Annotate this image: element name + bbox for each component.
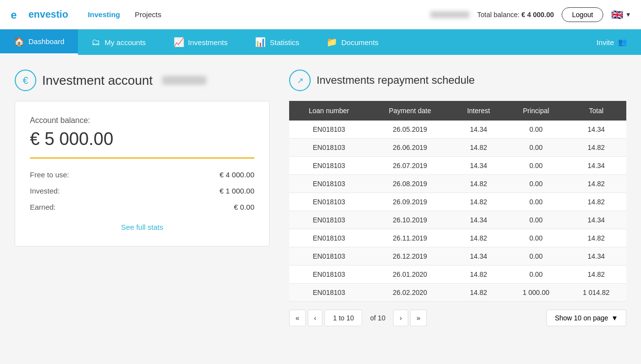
table-row: EN01810326.09.201914.820.0014.82	[289, 193, 626, 211]
cell-interest: 14.82	[451, 175, 506, 193]
cell-loan: EN018103	[289, 157, 369, 175]
cell-interest: 14.82	[451, 284, 506, 302]
prev-page-button[interactable]: ‹	[308, 310, 323, 326]
table-row: EN01810326.08.201914.820.0014.82	[289, 175, 626, 193]
show-page-button[interactable]: Show 10 on page ▼	[546, 310, 626, 326]
subnav-my-accounts[interactable]: 🗂 My accounts	[78, 29, 159, 55]
subnav-documents[interactable]: 📁 Documents	[313, 29, 392, 55]
main-content: € Investment account Account balance: € …	[0, 55, 641, 341]
logo[interactable]: e envestio	[10, 7, 68, 23]
last-page-button[interactable]: »	[410, 310, 427, 326]
account-number-blur	[162, 76, 206, 85]
invested-value: € 1 000.00	[220, 187, 254, 195]
cell-total: 14.82	[566, 139, 626, 157]
cell-principal: 0.00	[506, 266, 566, 284]
cell-date: 26.05.2019	[369, 121, 451, 139]
show-page-select: Show 10 on page ▼	[546, 310, 626, 326]
earned-row: Earned: € 0.00	[30, 203, 254, 211]
cell-loan: EN018103	[289, 211, 369, 229]
earned-value: € 0.00	[234, 203, 254, 211]
home-icon: 🏠	[14, 36, 25, 47]
cell-interest: 14.34	[451, 121, 506, 139]
first-page-button[interactable]: «	[289, 310, 306, 326]
cell-date: 26.12.2019	[369, 247, 451, 266]
invested-row: Invested: € 1 000.00	[30, 187, 254, 195]
top-nav-projects[interactable]: Projects	[135, 10, 161, 19]
cell-total: 14.82	[566, 229, 626, 247]
cell-total: 14.82	[566, 175, 626, 193]
pagination: « ‹ 1 to 10 of 10 › » Show 10 on page ▼	[289, 310, 626, 326]
invested-label: Invested:	[30, 187, 60, 195]
subnav-dashboard[interactable]: 🏠 Dashboard	[0, 29, 78, 55]
cell-total: 14.82	[566, 193, 626, 211]
balance-label: Account balance:	[30, 116, 254, 125]
table-row: EN01810326.05.201914.340.0014.34	[289, 121, 626, 139]
current-page: 1 to 10	[324, 310, 362, 326]
col-interest: Interest	[451, 101, 506, 121]
col-loan-number: Loan number	[289, 101, 369, 121]
cell-date: 26.11.2019	[369, 229, 451, 247]
cell-interest: 14.34	[451, 247, 506, 266]
cell-principal: 0.00	[506, 121, 566, 139]
cell-date: 26.06.2019	[369, 139, 451, 157]
subnav-statistics[interactable]: 📊 Statistics	[241, 29, 313, 55]
cell-total: 1 014.82	[566, 284, 626, 302]
cell-total: 14.82	[566, 266, 626, 284]
subnav-investments[interactable]: 📈 Investments	[160, 29, 242, 55]
balance-value: € 5 000.00	[30, 129, 254, 149]
top-navbar: e envestio Investing Projects Total bala…	[0, 0, 641, 29]
next-page-button[interactable]: ›	[393, 310, 408, 326]
statistics-icon: 📊	[255, 37, 266, 48]
cell-principal: 0.00	[506, 229, 566, 247]
cell-principal: 0.00	[506, 211, 566, 229]
cell-interest: 14.82	[451, 229, 506, 247]
cell-total: 14.34	[566, 211, 626, 229]
account-card: Account balance: € 5 000.00 Free to use:…	[15, 101, 270, 246]
invite-icon: 👥	[618, 38, 627, 47]
cell-loan: EN018103	[289, 121, 369, 139]
table-row: EN01810326.01.202014.820.0014.82	[289, 266, 626, 284]
top-nav-investing[interactable]: Investing	[88, 10, 120, 19]
cell-total: 14.34	[566, 247, 626, 266]
cell-principal: 0.00	[506, 193, 566, 211]
investment-account-panel: € Investment account Account balance: € …	[15, 70, 270, 326]
col-principal: Principal	[506, 101, 566, 121]
see-full-stats-link[interactable]: See full stats	[30, 223, 254, 231]
table-body: EN01810326.05.201914.340.0014.34EN018103…	[289, 121, 626, 302]
table-header: Loan number Payment date Interest Princi…	[289, 101, 626, 121]
top-nav-right: Total balance: € 4 000.00 Logout 🇬🇧 ▼	[430, 7, 631, 22]
cell-interest: 14.34	[451, 157, 506, 175]
cell-total: 14.34	[566, 121, 626, 139]
logout-button[interactable]: Logout	[562, 7, 603, 22]
free-to-use-value: € 4 000.00	[220, 170, 254, 179]
col-total: Total	[566, 101, 626, 121]
cell-loan: EN018103	[289, 284, 369, 302]
table-row: EN01810326.10.201914.340.0014.34	[289, 211, 626, 229]
trend-icon: ↗	[289, 70, 311, 91]
cell-date: 26.07.2019	[369, 157, 451, 175]
free-to-use-label: Free to use:	[30, 170, 69, 179]
documents-icon: 📁	[326, 37, 337, 48]
cell-loan: EN018103	[289, 139, 369, 157]
cell-loan: EN018103	[289, 266, 369, 284]
cell-loan: EN018103	[289, 193, 369, 211]
repayment-table: Loan number Payment date Interest Princi…	[289, 101, 626, 302]
total-balance: Total balance: € 4 000.00	[477, 11, 554, 19]
cell-date: 26.02.2020	[369, 284, 451, 302]
svg-text:e: e	[11, 9, 17, 21]
invite-button[interactable]: Invite 👥	[583, 38, 641, 47]
free-to-use-row: Free to use: € 4 000.00	[30, 170, 254, 179]
investment-account-title: € Investment account	[15, 70, 270, 91]
cell-principal: 0.00	[506, 247, 566, 266]
balance-divider	[30, 157, 254, 159]
cell-interest: 14.34	[451, 211, 506, 229]
cell-interest: 14.82	[451, 266, 506, 284]
earned-label: Earned:	[30, 203, 56, 211]
col-payment-date: Payment date	[369, 101, 451, 121]
euro-icon: €	[15, 70, 36, 91]
language-selector[interactable]: 🇬🇧 ▼	[611, 9, 631, 21]
sub-navbar: 🏠 Dashboard 🗂 My accounts 📈 Investments …	[0, 29, 641, 55]
cell-loan: EN018103	[289, 175, 369, 193]
cell-principal: 0.00	[506, 157, 566, 175]
cell-interest: 14.82	[451, 139, 506, 157]
